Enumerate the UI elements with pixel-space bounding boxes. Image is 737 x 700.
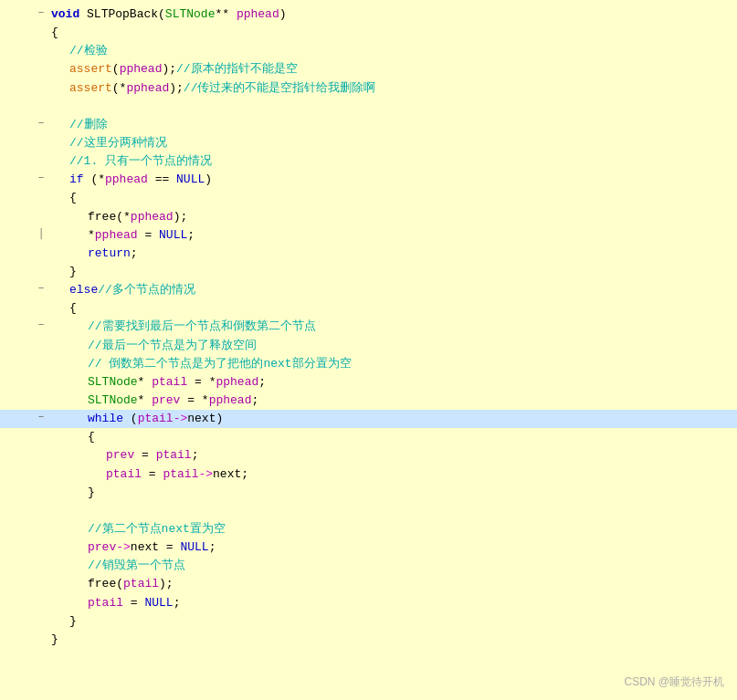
code-line-9: //1. 只有一个节点的情况 — [0, 152, 737, 171]
fold-7[interactable]: − — [35, 116, 47, 131]
code-line-23: − while (ptail->next) — [0, 410, 737, 428]
code-line-22: SLTNode* prev = *pphead; — [0, 392, 737, 410]
line-content-26: ptail = ptail->next; — [47, 465, 737, 484]
code-line-28 — [0, 502, 737, 520]
code-line-20: // 倒数第二个节点是为了把他的next部分置为空 — [0, 355, 737, 373]
line-content-3: //检验 — [47, 42, 737, 60]
line-content-35: } — [47, 631, 737, 649]
line-content-1: void SLTPopBack(SLTNode** pphead) — [47, 5, 737, 24]
code-line-8: //这里分两种情况 — [0, 134, 737, 152]
fold-18[interactable]: − — [35, 318, 47, 333]
line-content-21: SLTNode* ptail = *pphead; — [47, 373, 737, 392]
line-content-25: prev = ptail; — [47, 446, 737, 465]
code-line-35: } — [0, 631, 737, 649]
line-content-22: SLTNode* prev = *pphead; — [47, 392, 737, 410]
fold-16[interactable]: − — [35, 281, 47, 297]
code-line-3: //检验 — [0, 42, 737, 60]
code-line-25: prev = ptail; — [0, 446, 737, 465]
code-line-7: − //删除 — [0, 116, 737, 134]
code-line-21: SLTNode* ptail = *pphead; — [0, 373, 737, 392]
code-line-33: ptail = NULL; — [0, 594, 737, 612]
fold-10[interactable]: − — [35, 171, 47, 186]
code-line-16: − else//多个节点的情况 — [0, 281, 737, 299]
code-line-32: free(ptail); — [0, 575, 737, 593]
line-content-20: // 倒数第二个节点是为了把他的next部分置为空 — [47, 355, 737, 373]
code-line-19: //最后一个节点是为了释放空间 — [0, 337, 737, 355]
code-line-26: ptail = ptail->next; — [0, 465, 737, 484]
line-content-34: } — [47, 612, 737, 631]
watermark: CSDN @睡觉待开机 — [624, 674, 724, 691]
line-content-12: free(*pphead); — [47, 208, 737, 226]
code-line-14: return; — [0, 245, 737, 263]
line-content-2: { — [47, 24, 737, 42]
line-content-29: //第二个节点next置为空 — [47, 520, 737, 538]
code-line-31: //销毁第一个节点 — [0, 557, 737, 575]
code-line-2: { — [0, 24, 737, 42]
code-line-11: { — [0, 189, 737, 207]
line-content-23: while (ptail->next) — [47, 410, 737, 428]
code-line-12: free(*pphead); — [0, 208, 737, 226]
code-container: − void SLTPopBack(SLTNode** pphead) { //… — [0, 0, 737, 700]
line-content-7: //删除 — [47, 116, 737, 134]
code-line-13: │ *pphead = NULL; — [0, 226, 737, 245]
line-content-19: //最后一个节点是为了释放空间 — [47, 337, 737, 355]
line-content-4: assert(pphead);//原本的指针不能是空 — [47, 60, 737, 78]
code-line-1: − void SLTPopBack(SLTNode** pphead) — [0, 5, 737, 24]
code-line-15: } — [0, 263, 737, 281]
code-line-30: prev->next = NULL; — [0, 538, 737, 557]
code-line-4: assert(pphead);//原本的指针不能是空 — [0, 60, 737, 78]
line-content-30: prev->next = NULL; — [47, 538, 737, 557]
fold-13: │ — [35, 226, 47, 242]
line-content-24: { — [47, 428, 737, 446]
line-content-33: ptail = NULL; — [47, 594, 737, 612]
line-content-15: } — [47, 263, 737, 281]
line-content-9: //1. 只有一个节点的情况 — [47, 152, 737, 171]
line-content-31: //销毁第一个节点 — [47, 557, 737, 575]
line-content-6 — [47, 98, 737, 116]
line-content-10: if (*pphead == NULL) — [47, 171, 737, 189]
line-content-16: else//多个节点的情况 — [47, 281, 737, 299]
line-content-18: //需要找到最后一个节点和倒数第二个节点 — [47, 318, 737, 336]
code-line-29: //第二个节点next置为空 — [0, 520, 737, 538]
line-content-13: *pphead = NULL; — [47, 226, 737, 245]
line-content-27: } — [47, 484, 737, 502]
line-content-5: assert(*pphead);//传过来的不能是空指针给我删除啊 — [47, 79, 737, 98]
fold-1[interactable]: − — [35, 5, 47, 21]
code-line-24: { — [0, 428, 737, 446]
line-content-8: //这里分两种情况 — [47, 134, 737, 152]
code-line-27: } — [0, 484, 737, 502]
line-content-14: return; — [47, 245, 737, 263]
code-line-34: } — [0, 612, 737, 631]
code-line-6 — [0, 98, 737, 116]
code-line-18: − //需要找到最后一个节点和倒数第二个节点 — [0, 318, 737, 336]
code-line-17: { — [0, 299, 737, 318]
line-content-28 — [47, 502, 737, 520]
line-content-32: free(ptail); — [47, 575, 737, 593]
code-line-10: − if (*pphead == NULL) — [0, 171, 737, 189]
code-line-5: assert(*pphead);//传过来的不能是空指针给我删除啊 — [0, 79, 737, 98]
line-content-17: { — [47, 299, 737, 318]
fold-23[interactable]: − — [35, 410, 47, 425]
line-content-11: { — [47, 189, 737, 207]
